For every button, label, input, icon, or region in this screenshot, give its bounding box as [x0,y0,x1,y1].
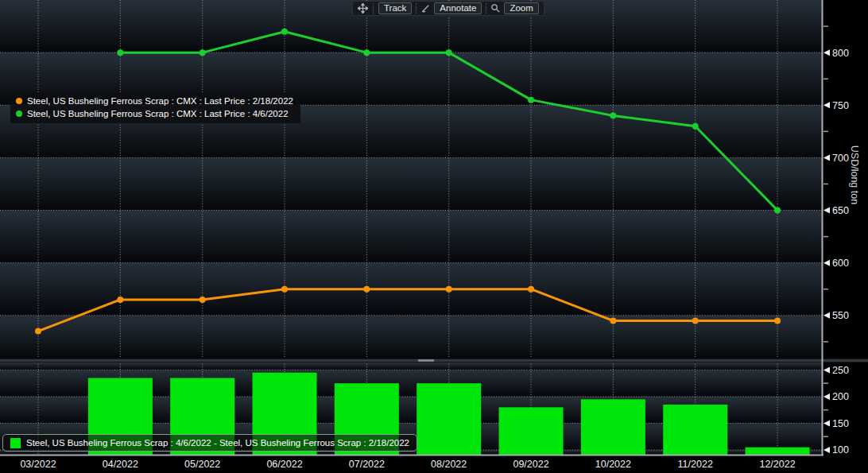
annotate-pencil-icon [420,3,431,14]
zoom-magnifier-icon [490,3,501,14]
data-point [117,297,123,303]
spread-bar [499,407,564,455]
data-point [692,317,699,324]
legend-entry-apr-series[interactable]: Steel, US Busheling Ferrous Scrap : CMX … [16,107,293,120]
x-axis-label: 03/2022 [20,459,56,470]
x-axis-label: 08/2022 [431,459,467,470]
data-point [281,29,288,35]
data-point [692,123,699,130]
divider-drag-handle [418,359,434,362]
zoom-button-label: Zoom [504,2,538,14]
track-button-label: Track [378,2,412,14]
data-point [610,112,616,118]
annotate-button[interactable]: Annotate [418,2,484,14]
track-button[interactable]: Track [355,2,414,14]
svg-text:550: 550 [832,310,849,321]
panel-divider[interactable] [0,359,868,363]
data-point [363,49,370,56]
orange-series-swatch [16,98,22,104]
toolbar-separator [486,3,486,14]
svg-text:750: 750 [832,100,849,111]
toolbar-separator [373,3,374,14]
legend-entry-feb-series[interactable]: Steel, US Busheling Ferrous Scrap : CMX … [16,95,293,107]
data-point [446,49,452,56]
x-axis-label: 12/2022 [759,459,795,470]
y-axis-unit-label: USD/long ton [849,145,860,204]
data-point [35,328,41,335]
data-point [363,286,370,293]
data-point [528,97,534,103]
spread-legend[interactable]: Steel, US Busheling Ferrous Scrap : 4/6/… [2,434,417,452]
data-point [281,286,288,293]
data-point [446,286,452,293]
svg-text:150: 150 [832,418,849,429]
svg-text:200: 200 [832,391,849,402]
svg-text:700: 700 [832,153,849,164]
x-axis-label: 04/2022 [103,459,138,470]
data-point [774,317,781,324]
data-point [774,207,781,214]
x-axis-label: 05/2022 [184,459,220,470]
y-axis-labels: 550600650700750800100150200250 [823,26,849,456]
chart-canvas[interactable]: USD/long ton 550600650700750800100150200… [0,0,868,473]
svg-text:600: 600 [832,258,849,269]
legend-entry-label: Steel, US Busheling Ferrous Scrap : CMX … [27,107,289,120]
x-axis-label: 07/2022 [349,459,385,470]
spread-bar [663,405,727,455]
data-point [200,49,206,56]
x-axis-labels: 03/202204/202205/202206/202207/202208/20… [20,459,795,470]
x-axis-label: 11/2022 [678,459,713,470]
data-point [610,317,616,324]
chart-toolbar: Track Annotate Zoom [352,1,544,16]
price-legend: Steel, US Busheling Ferrous Scrap : CMX … [10,92,300,123]
annotate-button-label: Annotate [434,2,482,14]
spread-bar [417,383,481,455]
spread-legend-label: Steel, US Busheling Ferrous Scrap : 4/6/… [26,436,409,449]
toolbar-separator [416,3,417,14]
x-axis-label: 06/2022 [266,459,302,470]
svg-text:250: 250 [832,365,849,376]
track-move-icon [358,3,368,14]
spread-bar [746,448,810,455]
x-axis-label: 10/2022 [595,459,631,470]
svg-text:100: 100 [832,444,849,456]
data-point [528,286,534,293]
zoom-button[interactable]: Zoom [488,2,541,14]
spread-bar [581,399,645,455]
data-point [117,49,123,56]
terminal-chart-window: USD/long ton 550600650700750800100150200… [0,0,868,473]
green-bar-swatch [10,438,21,448]
svg-text:650: 650 [832,205,849,216]
legend-entry-label: Steel, US Busheling Ferrous Scrap : CMX … [27,95,293,107]
green-series-swatch [16,110,22,117]
x-axis-label: 09/2022 [513,459,548,470]
svg-text:800: 800 [832,48,849,59]
data-point [200,297,206,303]
